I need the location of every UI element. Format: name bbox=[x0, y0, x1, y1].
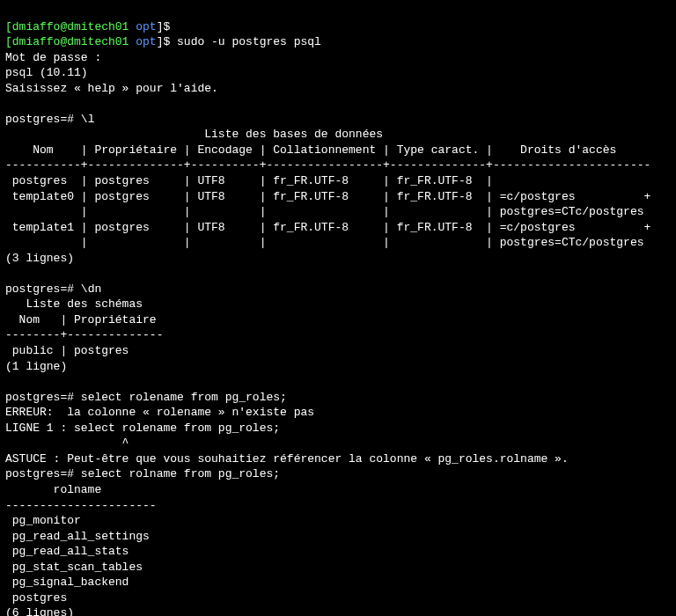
schema-list-count: (1 ligne) bbox=[5, 360, 67, 373]
command-list-schemas: \dn bbox=[81, 282, 101, 296]
error-line: LIGNE 1 : select rolename from pg_roles; bbox=[5, 422, 280, 435]
roles-count: (6 lignes) bbox=[5, 606, 74, 616]
psql-prompt: postgres=# bbox=[5, 467, 81, 480]
help-hint: Saisissez « help » pour l'aide. bbox=[5, 82, 218, 95]
db-list-header: Nom | Propriétaire | Encodage | Collatio… bbox=[5, 143, 616, 157]
table-row: template0 | postgres | UTF8 | fr_FR.UTF-… bbox=[5, 190, 650, 203]
db-list-title: Liste des bases de données bbox=[5, 128, 383, 141]
table-row: postgres bbox=[5, 591, 67, 605]
db-list-sep: -----------+--------------+----------+--… bbox=[5, 158, 650, 172]
empty-command bbox=[170, 20, 177, 33]
schema-list-sep: --------+-------------- bbox=[5, 328, 163, 341]
table-row: pg_stat_scan_tables bbox=[5, 561, 143, 574]
password-prompt: Mot de passe : bbox=[5, 51, 101, 64]
shell-prompt-suffix: ]$ bbox=[157, 35, 171, 48]
psql-prompt: postgres=# bbox=[5, 391, 81, 404]
table-row: template1 | postgres | UTF8 | fr_FR.UTF-… bbox=[5, 221, 650, 234]
shell-prompt-suffix: ]$ bbox=[157, 20, 171, 33]
table-row: pg_read_all_stats bbox=[5, 545, 129, 558]
command-list-db: \l bbox=[81, 113, 95, 126]
error-caret: ^ bbox=[5, 436, 129, 450]
psql-prompt: postgres=# bbox=[5, 282, 81, 296]
table-row: pg_read_all_settings bbox=[5, 530, 150, 543]
terminal-output[interactable]: [dmiaffo@dmitech01 opt]$ [dmiaffo@dmitec… bbox=[5, 4, 671, 616]
shell-prompt-user: [dmiaffo@dmitech01 bbox=[5, 35, 129, 48]
roles-sep: ---------------------- bbox=[5, 499, 157, 512]
schema-list-title: Liste des schémas bbox=[5, 297, 143, 311]
command-select-good: select rolname from pg_roles; bbox=[81, 467, 280, 480]
table-row: | | | | | postgres=CTc/postgres bbox=[5, 236, 644, 249]
shell-prompt-user: [dmiaffo@dmitech01 bbox=[5, 20, 129, 33]
command-select-bad: select rolename from pg_roles; bbox=[81, 391, 287, 404]
command-sudo: sudo -u postgres psql bbox=[170, 35, 321, 48]
psql-version: psql (10.11) bbox=[5, 66, 88, 79]
shell-prompt-path: opt bbox=[136, 20, 156, 33]
schema-list-header: Nom | Propriétaire bbox=[5, 313, 157, 326]
error-hint: ASTUCE : Peut-être que vous souhaitiez r… bbox=[5, 452, 569, 466]
roles-header: rolname bbox=[5, 483, 101, 496]
db-list-count: (3 lignes) bbox=[5, 252, 74, 265]
table-row: pg_monitor bbox=[5, 514, 81, 527]
table-row: postgres | postgres | UTF8 | fr_FR.UTF-8… bbox=[5, 174, 493, 187]
table-row: | | | | | postgres=CTc/postgres bbox=[5, 205, 644, 218]
shell-prompt-path: opt bbox=[136, 35, 156, 48]
table-row: pg_signal_backend bbox=[5, 576, 129, 589]
error-message: ERREUR: la colonne « rolename » n'existe… bbox=[5, 406, 314, 419]
psql-prompt: postgres=# bbox=[5, 113, 81, 126]
table-row: public | postgres bbox=[5, 344, 129, 357]
